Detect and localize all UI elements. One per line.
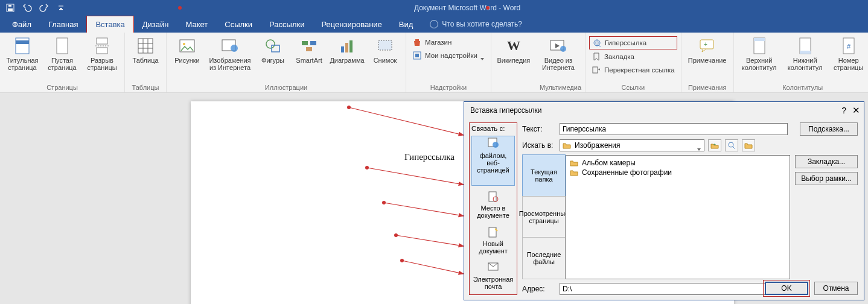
footer-button[interactable]: Нижний колонтитул [783, 35, 827, 71]
pictures-button[interactable]: Рисунки [170, 35, 204, 64]
online-pictures-label: Изображения из Интернета [206, 57, 254, 71]
group-headerfooter: Верхний колонтитул Нижний колонтитул #Но… [734, 33, 868, 92]
online-pictures-icon [220, 36, 240, 55]
wikipedia-button[interactable]: WВикипедия [495, 35, 532, 64]
lightbulb-icon [430, 20, 438, 28]
ribbon: Титульная страница Пустая страница Разры… [0, 33, 868, 93]
linkto-newdoc[interactable]: Новый документ [471, 224, 515, 257]
hyperlink-button[interactable]: Гиперссылка [589, 36, 677, 49]
group-pages: Титульная страница Пустая страница Разры… [0, 33, 125, 92]
close-button[interactable]: ✕ [852, 105, 860, 116]
group-links: Гиперссылка Закладка Перекрестная ссылка… [586, 33, 681, 92]
tab-file[interactable]: Файл [4, 16, 40, 33]
svg-rect-22 [306, 47, 312, 51]
online-video-button[interactable]: Видео из Интернета [540, 35, 577, 71]
online-pictures-button[interactable]: Изображения из Интернета [206, 35, 254, 71]
bookmark-label: Закладка [604, 53, 634, 60]
help-button[interactable]: ? [841, 106, 846, 115]
pictures-icon [177, 36, 197, 55]
window-title: Документ Microsoft Word - Word [66, 4, 868, 12]
comment-label: Примечание [688, 57, 727, 64]
folder-icon [563, 142, 571, 149]
comment-button[interactable]: +Примечание [685, 35, 730, 64]
dialog-main: Текст: Подсказка... Искать в: Изображени… [522, 122, 858, 295]
lookin-label: Искать в: [522, 141, 556, 150]
svg-rect-3 [16, 38, 29, 54]
save-icon[interactable] [5, 2, 16, 13]
page-break-button[interactable]: Разрыв страницы [83, 35, 121, 71]
undo-icon[interactable] [22, 2, 33, 13]
svg-point-33 [596, 40, 598, 46]
address-combo[interactable]: D:\ [560, 283, 787, 295]
title-bar: Документ Microsoft Word - Word [0, 0, 868, 16]
text-to-display-input[interactable] [560, 123, 788, 135]
store-button[interactable]: Магазин [410, 36, 487, 48]
browse-file-button[interactable] [742, 139, 755, 151]
video-icon [549, 36, 568, 55]
my-addins-button[interactable]: Мои надстройки [410, 49, 487, 62]
screenshot-label: Снимок [374, 57, 397, 64]
svg-rect-25 [349, 40, 353, 52]
svg-rect-24 [345, 43, 348, 52]
svg-rect-1 [8, 8, 13, 11]
bookmark-dialog-button[interactable]: Закладка... [795, 155, 858, 168]
svg-rect-27 [415, 39, 419, 41]
list-item[interactable]: Альбом камеры [569, 158, 787, 168]
tab-references[interactable]: Ссылки [216, 16, 261, 33]
linkto-email[interactable]: Электронная почта [471, 259, 515, 293]
crossref-button[interactable]: Перекрестная ссылка [589, 64, 677, 76]
browse-web-button[interactable] [725, 139, 738, 151]
redo-icon[interactable] [39, 2, 49, 13]
lookin-select[interactable]: Изображения [560, 139, 704, 151]
tab-mailings[interactable]: Рассылки [261, 16, 313, 33]
up-folder-button[interactable] [708, 139, 721, 151]
header-button[interactable]: Верхний колонтитул [738, 35, 781, 71]
cover-page-button[interactable]: Титульная страница [4, 35, 41, 71]
dialog-title: Вставка гиперссылки [470, 106, 541, 115]
list-item[interactable]: Сохраненные фотографии [569, 168, 787, 177]
qat-customize-icon[interactable] [56, 2, 66, 13]
cover-page-label: Титульная страница [4, 57, 41, 71]
tab-home[interactable]: Главная [40, 16, 86, 33]
svg-line-66 [733, 147, 735, 149]
svg-point-17 [231, 45, 238, 52]
file-list[interactable]: Альбом камеры Сохраненные фотографии [566, 155, 790, 279]
chart-button[interactable]: Диаграмма [328, 35, 366, 64]
spacer [495, 83, 532, 91]
blank-page-icon [53, 36, 72, 55]
group-media: Видео из Интернета Мультимедиа [536, 33, 586, 92]
bookmark-button[interactable]: Закладка [589, 51, 677, 63]
tell-me[interactable]: Что вы хотите сделать? [421, 16, 522, 33]
tab-view[interactable]: Вид [391, 16, 422, 33]
smartart-button[interactable]: SmartArt [292, 35, 326, 64]
insert-hyperlink-dialog: Вставка гиперссылки ? ✕ Связать с: файло… [464, 101, 864, 300]
view-recent-files[interactable]: Последние файлы [522, 237, 566, 279]
pictures-label: Рисунки [174, 57, 200, 64]
tab-insert[interactable]: Вставка [86, 16, 133, 33]
svg-rect-23 [341, 46, 344, 52]
wikipedia-label: Википедия [497, 57, 530, 64]
file-name: Сохраненные фотографии [582, 168, 672, 177]
table-button[interactable]: Таблица [129, 35, 162, 64]
tab-layout[interactable]: Макет [177, 16, 216, 33]
linkto-email-label: Электронная почта [473, 276, 514, 290]
target-frame-button[interactable]: Выбор рамки... [795, 172, 858, 185]
ok-button[interactable]: OK [765, 282, 808, 295]
group-pages-label: Страницы [4, 83, 121, 91]
linkto-place[interactable]: Место в документе [471, 188, 515, 221]
cancel-button[interactable]: Отмена [814, 282, 858, 295]
shapes-button[interactable]: Фигуры [256, 35, 290, 64]
linkto-file-web[interactable]: файлом, веб-страницей [471, 136, 515, 186]
wikipedia-icon: W [504, 36, 523, 55]
pagenum-button[interactable]: #Номер страницы [829, 35, 868, 71]
blank-page-button[interactable]: Пустая страница [43, 35, 81, 71]
view-current-folder[interactable]: Текущая папка [522, 154, 566, 197]
screentip-button[interactable]: Подсказка... [800, 122, 858, 136]
tab-design[interactable]: Дизайн [134, 16, 177, 33]
address-label: Адрес: [522, 285, 556, 293]
view-browsed-pages[interactable]: Просмотренные страницы [522, 196, 566, 238]
screenshot-button[interactable]: Снимок [368, 35, 402, 64]
tab-review[interactable]: Рецензирование [313, 16, 390, 33]
document-text[interactable]: Гиперссылка [404, 152, 455, 162]
crossref-label: Перекрестная ссылка [604, 66, 675, 74]
